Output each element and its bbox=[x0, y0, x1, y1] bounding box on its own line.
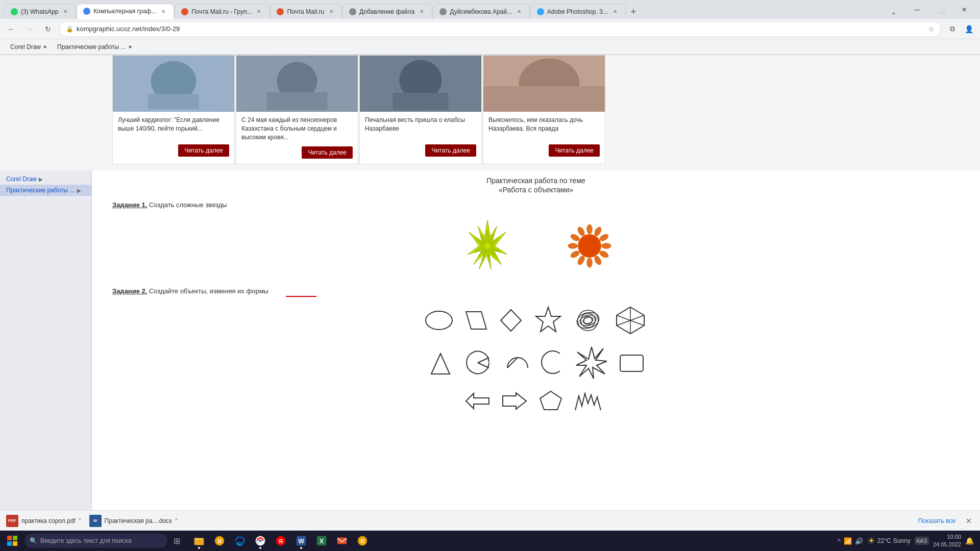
language-badge[interactable]: КАЗ bbox=[915, 537, 929, 545]
sidebar-item-practical[interactable]: Практические работы ... ▶ bbox=[0, 185, 91, 196]
tab-photoshop[interactable]: Adobe Photoshop. 3... ✕ bbox=[530, 4, 626, 19]
tab-close-duisembekova[interactable]: ✕ bbox=[515, 8, 523, 16]
svg-rect-67 bbox=[337, 538, 347, 544]
taskbar-app-explorer[interactable] bbox=[190, 532, 208, 550]
taskbar-app-mail[interactable] bbox=[333, 532, 351, 550]
shape-cshape bbox=[541, 348, 566, 377]
page-layout: Corel Draw ▶ Практические работы ... ▶ П… bbox=[0, 170, 980, 531]
maximize-button[interactable]: ⬜ bbox=[929, 0, 952, 19]
extensions-button[interactable]: ⧉ bbox=[945, 22, 960, 36]
new-tab-button[interactable]: + bbox=[626, 5, 641, 19]
tab-close-mail1[interactable]: ✕ bbox=[255, 8, 263, 16]
news-card-btn-2[interactable]: Читать далее bbox=[302, 146, 353, 159]
taskbar-app-excel[interactable]: X bbox=[312, 532, 331, 550]
bookmark-practical[interactable]: Практические работы ... bbox=[53, 42, 136, 52]
refresh-button[interactable]: ↻ bbox=[41, 22, 55, 36]
news-card-btn-4[interactable]: Читать далее bbox=[549, 144, 600, 157]
download-bar: PDF практика сорол.pdf ^ W Практическая … bbox=[0, 510, 980, 531]
tab-label-mail2: Почта Mail.ru bbox=[287, 8, 324, 15]
tray-speaker-icon[interactable]: 🔊 bbox=[855, 537, 863, 545]
practice-subtitle: «Работа с объектами» bbox=[112, 186, 960, 194]
taskbar-app-word[interactable]: W bbox=[292, 532, 310, 550]
svg-rect-50 bbox=[13, 536, 17, 540]
shapes-row-3 bbox=[463, 389, 608, 412]
task2-section: Задание 2. Создайте объекты, изменяя их … bbox=[112, 287, 960, 412]
shape-diamond-grid bbox=[612, 305, 648, 336]
forward-button[interactable]: → bbox=[22, 22, 37, 36]
docx-icon: W bbox=[89, 515, 102, 527]
svg-marker-44 bbox=[576, 347, 607, 379]
taskbar-app-chrome[interactable] bbox=[251, 532, 270, 550]
svg-point-60 bbox=[259, 539, 262, 542]
news-card-img-1 bbox=[113, 56, 234, 112]
svg-marker-32 bbox=[536, 307, 560, 332]
red-underline bbox=[286, 296, 316, 297]
practice-title: Практическая работа по теме bbox=[112, 177, 960, 185]
download-bar-close[interactable]: ✕ bbox=[964, 515, 974, 527]
tab-overflow-button[interactable]: ⌄ bbox=[887, 5, 901, 19]
close-button[interactable]: ✕ bbox=[952, 0, 976, 19]
taskbar-widgets-button[interactable]: ⊞ bbox=[167, 531, 186, 551]
taskbar-app-yandex2[interactable]: Я bbox=[272, 532, 290, 550]
svg-rect-52 bbox=[13, 541, 17, 546]
news-card-btn-1[interactable]: Читать далее bbox=[178, 144, 229, 157]
tab-close-mail2[interactable]: ✕ bbox=[327, 8, 335, 16]
download-docx-chevron[interactable]: ^ bbox=[175, 518, 178, 523]
taskbar-search[interactable]: 🔍 Введите здесь текст для поиска bbox=[24, 534, 167, 548]
tab-addfile[interactable]: Добавление файла ✕ bbox=[342, 4, 432, 19]
tab-close-photoshop[interactable]: ✕ bbox=[611, 8, 619, 16]
task2-text: Создайте объекты, изменяя их формы bbox=[149, 287, 268, 295]
tab-duisembekova[interactable]: Дуйсембекова Арай... ✕ bbox=[433, 4, 530, 19]
svg-text:X: X bbox=[320, 538, 324, 545]
download-pdf-chevron[interactable]: ^ bbox=[79, 518, 81, 523]
back-button[interactable]: ← bbox=[4, 22, 18, 36]
tab-close-addfile[interactable]: ✕ bbox=[418, 8, 426, 16]
taskbar: 🔍 Введите здесь текст для поиска ⊞ Я bbox=[0, 531, 980, 551]
tab-mail2[interactable]: Почта Mail.ru ✕ bbox=[270, 4, 342, 19]
tab-close-kompgraphic[interactable]: ✕ bbox=[159, 7, 167, 15]
page-main: Практическая работа по теме «Работа с об… bbox=[92, 170, 980, 531]
download-item-docx[interactable]: W Практическая ра....docx ^ bbox=[89, 515, 178, 527]
start-button[interactable] bbox=[0, 531, 24, 551]
news-card-1: Лучший кардиолог: "Если давление выше 14… bbox=[112, 55, 235, 164]
svg-rect-45 bbox=[620, 355, 643, 371]
excel-icon: X bbox=[316, 535, 327, 546]
news-card-btn-3[interactable]: Читать далее bbox=[425, 144, 476, 157]
tab-mail1[interactable]: Почта Mail.ru - Груп... ✕ bbox=[175, 4, 270, 19]
weather-temp: 22°C bbox=[877, 537, 891, 544]
svg-point-28 bbox=[579, 236, 599, 256]
sidebar-item-coreldraw[interactable]: Corel Draw ▶ bbox=[0, 173, 91, 185]
tab-whatsapp[interactable]: (3) WhatsApp ✕ bbox=[4, 4, 76, 19]
task2-label: Задание 2. Создайте объекты, изменяя их … bbox=[112, 287, 960, 295]
news-card-text-2: С 24 мая каждый из пенсионеров Казахстан… bbox=[236, 112, 358, 144]
yandex2-icon: Я bbox=[275, 535, 286, 546]
bookmarks-bar: Corel Draw Практические работы ... bbox=[0, 39, 980, 55]
taskbar-app-edge[interactable] bbox=[231, 532, 249, 550]
tray-up-arrow[interactable]: ^ bbox=[838, 537, 841, 545]
weather-desc: Sunny bbox=[893, 537, 911, 544]
notification-button[interactable]: 🔔 bbox=[965, 537, 974, 545]
taskbar-app-yandex3[interactable]: Я bbox=[353, 532, 372, 550]
show-all-button[interactable]: Показать все bbox=[918, 517, 955, 524]
bookmark-coreldraw[interactable]: Corel Draw bbox=[6, 42, 51, 52]
shape-pentagon bbox=[538, 389, 564, 412]
taskbar-app-yandex[interactable]: Я bbox=[210, 532, 229, 550]
bookmark-coreldraw-label: Corel Draw bbox=[10, 43, 41, 51]
current-time: 10:00 bbox=[933, 533, 961, 541]
url-bar[interactable]: 🔒 kompgraphic.ucoz.net/index/3/0-29 ☆ bbox=[59, 21, 941, 37]
svg-rect-11 bbox=[483, 86, 605, 112]
news-card-text-3: Печальная весть пришла о елабсы Назарбае… bbox=[360, 112, 481, 142]
bookmark-star-icon[interactable]: ☆ bbox=[928, 25, 935, 33]
explorer-active-dot bbox=[198, 547, 200, 549]
tab-close-whatsapp[interactable]: ✕ bbox=[61, 8, 69, 16]
profile-button[interactable]: 👤 bbox=[962, 22, 976, 36]
shape-oval bbox=[424, 308, 454, 333]
tab-kompgraphic[interactable]: Компьютерная граф... ✕ bbox=[77, 4, 174, 19]
edge-icon bbox=[234, 535, 246, 546]
download-item-pdf[interactable]: PDF практика сорол.pdf ^ bbox=[6, 515, 81, 527]
news-card-img-3 bbox=[360, 56, 481, 112]
svg-text:Я: Я bbox=[217, 538, 222, 544]
minimize-button[interactable]: — bbox=[905, 0, 929, 19]
svg-point-14 bbox=[485, 243, 491, 249]
shapes-area bbox=[112, 299, 960, 412]
